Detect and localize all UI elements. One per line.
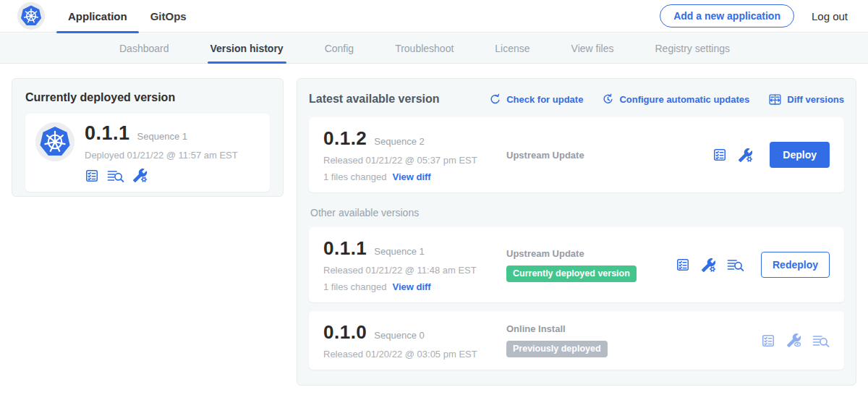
sequence-label: Sequence 0 xyxy=(374,330,424,341)
version-row-0-1-1: 0.1.1 Sequence 1 Released 01/21/22 @ 11:… xyxy=(309,227,844,302)
version-info: 0.1.2 Sequence 2 Released 01/21/22 @ 05:… xyxy=(323,127,506,182)
tab-config[interactable]: Config xyxy=(325,33,354,64)
version-info: 0.1.0 Sequence 0 Released 01/20/22 @ 03:… xyxy=(323,321,506,360)
version-history-panel: Latest available version Check for updat… xyxy=(297,78,856,386)
check-for-update-label: Check for update xyxy=(506,94,583,105)
tab-application-label: Application xyxy=(68,10,127,22)
configure-automatic-updates-link[interactable]: Configure automatic updates xyxy=(602,93,749,106)
tab-view-files[interactable]: View files xyxy=(571,33,614,64)
files-changed-label: 1 files changed xyxy=(323,171,386,182)
currently-deployed-badge: Currently deployed version xyxy=(506,265,637,282)
app-icon-badge xyxy=(35,122,75,161)
view-diff-link[interactable]: View diff xyxy=(392,171,430,182)
tab-application[interactable]: Application xyxy=(56,0,139,33)
app-subnav: Dashboard Version history Config Trouble… xyxy=(0,33,868,64)
redeploy-button[interactable]: Redeploy xyxy=(761,252,830,278)
sequence-label: Sequence 1 xyxy=(374,246,424,257)
diff-versions-label: Diff versions xyxy=(787,94,844,105)
deployed-sequence-label: Sequence 1 xyxy=(137,131,187,142)
version-source: Upstream Update Currently deployed versi… xyxy=(506,248,676,282)
source-label: Upstream Update xyxy=(506,248,676,259)
released-timestamp: Released 01/20/22 @ 03:05 pm EST xyxy=(323,349,506,360)
version-row-0-1-2: 0.1.2 Sequence 2 Released 01/21/22 @ 05:… xyxy=(309,117,844,192)
tab-gitops-label: GitOps xyxy=(150,10,187,22)
release-notes-icon[interactable] xyxy=(761,333,775,348)
released-timestamp: Released 01/21/22 @ 11:48 am EST xyxy=(323,265,506,276)
kubernetes-logo-icon xyxy=(39,126,71,158)
view-diff-lines-icon[interactable] xyxy=(107,169,124,183)
tab-gitops[interactable]: GitOps xyxy=(139,0,198,33)
edit-config-wrench-gear-icon[interactable] xyxy=(701,258,716,273)
split-diff-icon xyxy=(768,93,782,106)
view-diff-link[interactable]: View diff xyxy=(392,281,430,292)
version-source: Upstream Update xyxy=(506,150,712,161)
released-timestamp: Released 01/21/22 @ 05:37 pm EST xyxy=(323,155,506,166)
edit-config-wrench-gear-icon[interactable] xyxy=(132,168,148,183)
view-diff-lines-icon[interactable] xyxy=(812,333,830,348)
release-notes-icon[interactable] xyxy=(676,258,690,272)
edit-config-wrench-gear-icon[interactable] xyxy=(738,148,753,163)
currently-deployed-version-card: 0.1.1 Sequence 1 Deployed 01/21/22 @ 11:… xyxy=(25,114,270,192)
version-row-0-1-0: 0.1.0 Sequence 0 Released 01/20/22 @ 03:… xyxy=(309,311,844,370)
latest-version-title: Latest available version xyxy=(309,93,440,106)
panel-actions: Check for update Configure automatic upd… xyxy=(489,93,844,106)
deployed-action-icons xyxy=(85,168,238,183)
previously-deployed-badge: Previously deployed xyxy=(506,341,608,357)
row-actions: Deploy xyxy=(712,142,830,168)
sequence-label: Sequence 2 xyxy=(374,136,424,147)
tab-registry-settings[interactable]: Registry settings xyxy=(655,33,729,64)
kots-admin-console: Application GitOps Add a new application… xyxy=(0,0,868,408)
app-header: Application GitOps Add a new application… xyxy=(0,0,868,33)
deployed-version-number: 0.1.1 xyxy=(85,122,130,145)
view-diff-lines-icon[interactable] xyxy=(727,258,744,272)
release-notes-icon[interactable] xyxy=(712,148,727,162)
kubernetes-logo-icon xyxy=(20,5,42,27)
source-label: Upstream Update xyxy=(506,150,712,161)
clock-refresh-icon xyxy=(602,93,614,106)
header-right: Add a new application Log out xyxy=(660,4,868,27)
latest-version-header: Latest available version Check for updat… xyxy=(309,90,844,109)
tab-version-history[interactable]: Version history xyxy=(210,33,284,64)
version-number: 0.1.2 xyxy=(323,127,367,150)
currently-deployed-card: Currently deployed version 0.1.1 Sequenc… xyxy=(12,78,284,197)
release-notes-icon[interactable] xyxy=(85,169,99,183)
logout-link[interactable]: Log out xyxy=(812,10,848,22)
tab-license[interactable]: License xyxy=(495,33,529,64)
view-config-wrench-eye-icon[interactable] xyxy=(786,333,801,348)
check-for-update-link[interactable]: Check for update xyxy=(489,93,583,106)
row-actions xyxy=(761,333,830,348)
deployed-version-info: 0.1.1 Sequence 1 Deployed 01/21/22 @ 11:… xyxy=(85,122,238,183)
refresh-icon xyxy=(489,93,501,106)
other-available-versions-title: Other available versions xyxy=(310,207,844,218)
version-source: Online Install Previously deployed xyxy=(506,323,761,357)
diff-versions-link[interactable]: Diff versions xyxy=(768,93,844,106)
version-number: 0.1.0 xyxy=(323,321,367,344)
row-actions: Redeploy xyxy=(676,252,830,278)
currently-deployed-title: Currently deployed version xyxy=(25,91,270,104)
source-label: Online Install xyxy=(506,323,761,334)
tab-troubleshoot[interactable]: Troubleshoot xyxy=(395,33,454,64)
deployed-timestamp: Deployed 01/21/22 @ 11:57 am EST xyxy=(85,150,238,161)
tab-dashboard[interactable]: Dashboard xyxy=(119,33,169,64)
deploy-button[interactable]: Deploy xyxy=(770,142,830,168)
add-new-application-button[interactable]: Add a new application xyxy=(660,4,794,27)
version-number: 0.1.1 xyxy=(323,237,367,260)
app-logo xyxy=(17,2,45,30)
files-changed-label: 1 files changed xyxy=(323,281,386,292)
configure-automatic-updates-label: Configure automatic updates xyxy=(619,94,749,105)
version-info: 0.1.1 Sequence 1 Released 01/21/22 @ 11:… xyxy=(323,237,506,292)
